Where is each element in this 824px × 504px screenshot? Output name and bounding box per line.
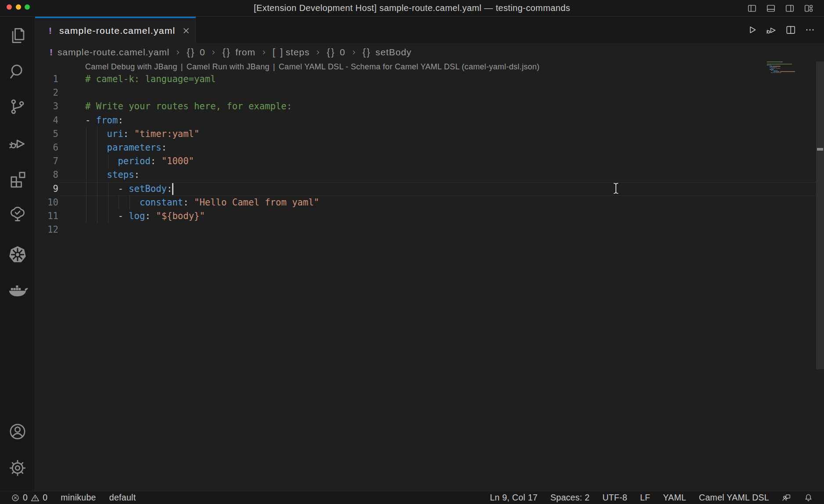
minimap-line [777,70,777,71]
activity-bar-item-accounts[interactable] [0,422,35,441]
code-line-9[interactable]: 9 - setBody: [35,182,824,196]
tab-bar: ! sample-route.camel.yaml [35,17,824,43]
line-number: 1 [35,72,58,86]
text-cursor [172,183,173,195]
code-line-text: steps: [85,168,140,182]
minimap-line [773,69,773,70]
status-bar-left: 00minikubedefault [0,491,136,504]
status-text: Ln 9, Col 17 [490,493,538,503]
close-tab-button[interactable] [181,26,191,36]
close-window-button[interactable] [7,4,12,10]
run-button[interactable] [746,24,758,36]
code-line-3[interactable]: 3# Write your routes here, for example: [35,100,824,113]
run-and-debug-icon [8,133,27,152]
debug-run-button[interactable] [766,24,777,36]
chevron-right-icon [260,49,268,56]
minimize-window-button[interactable] [16,4,21,10]
activity-bar-item-explorer[interactable] [0,26,35,45]
activity-bar-item-run-and-debug[interactable] [0,133,35,152]
code-line-text: # camel-k: language=yaml [85,72,216,86]
status-item-cursor-position[interactable]: Ln 9, Col 17 [490,493,538,503]
status-item-encoding[interactable]: UTF-8 [602,493,627,503]
breadcrumb-label: sample-route.camel.yaml [58,47,169,58]
symbol-icon: {} [222,47,231,58]
code-line-7[interactable]: 7 period: "1000" [35,155,824,168]
vertical-scrollbar[interactable] [816,61,824,369]
more-actions-button[interactable] [804,24,816,36]
activity-bar-item-docker[interactable] [0,279,35,300]
minimap[interactable] [764,61,816,149]
code-editor[interactable]: 1# camel-k: language=yaml23# Write your … [35,72,824,237]
chevron-right-icon [210,49,217,56]
line-number: 8 [35,168,58,182]
layout-sidebar-left-button[interactable] [747,4,757,13]
line-number: 7 [35,155,58,168]
code-line-5[interactable]: 5 uri: "timer:yaml" [35,127,824,141]
activity-bar-item-source-control[interactable] [0,97,35,116]
codelens-separator: | [181,62,183,72]
activity-bar-item-kubernetes[interactable] [0,244,35,265]
code-line-11[interactable]: 11 - log: "${body}" [35,209,824,223]
codelens: Camel Debug with JBang|Camel Run with JB… [35,61,824,72]
layout-panel-button[interactable] [766,4,776,13]
codelens-link[interactable]: Camel Run with JBang [187,62,270,72]
codelens-link[interactable]: Camel YAML DSL - Schema for Camel YAML D… [279,62,540,72]
traffic-lights [7,4,30,10]
kubernetes-icon [7,244,28,265]
activity-bar-item-settings[interactable] [0,458,35,478]
status-item-kube-context[interactable]: minikube [61,493,96,503]
breadcrumb-separator-icon [174,49,182,56]
activity-bar-item-search[interactable] [0,62,35,81]
breadcrumb-label: 0 [200,47,205,58]
layout-panel-icon [766,4,776,13]
tab-sample-route[interactable]: ! sample-route.camel.yaml [35,17,196,43]
code-line-10[interactable]: 10 constant: "Hello Camel from yaml" [35,196,824,209]
minimap-line [770,69,773,70]
activity-bar-item-extensions[interactable] [0,169,35,188]
code-line-4[interactable]: 4- from: [35,114,824,127]
status-item-language-mode[interactable]: YAML [663,493,686,503]
line-number: 4 [35,114,58,127]
status-item-feedback[interactable] [782,493,791,502]
code-line-6[interactable]: 6 parameters: [35,141,824,155]
code-line-1[interactable]: 1# camel-k: language=yaml [35,72,824,86]
breadcrumb-separator-icon [350,49,358,56]
bell-icon [804,493,813,502]
breadcrumb-item[interactable]: {}0 [187,47,205,58]
breadcrumb-item[interactable]: [ ]steps [273,47,310,58]
status-text: minikube [61,493,96,503]
breadcrumb-item[interactable]: {}setBody [363,47,412,58]
breadcrumb-item[interactable]: !sample-route.camel.yaml [50,47,169,58]
breadcrumb-item[interactable]: {}0 [327,47,345,58]
activity-bar-item-test-tree[interactable] [0,204,35,223]
minimap-line [775,72,781,73]
codelens-link[interactable]: Camel Debug with JBang [85,62,177,72]
line-number: 2 [35,86,58,100]
zoom-window-button[interactable] [25,4,30,10]
status-item-notifications[interactable] [804,493,813,502]
layout-sidebar-right-button[interactable] [785,4,795,13]
editor-actions [746,17,824,43]
warning-icon [31,493,40,502]
split-editor-button[interactable] [785,24,796,36]
breadcrumb: !sample-route.camel.yaml{}0{}from[ ]step… [35,43,824,61]
code-line-12[interactable]: 12 [35,223,824,237]
minimap-line [774,72,774,73]
chevron-right-icon [350,49,358,56]
minimap-line [770,67,776,68]
status-item-schema[interactable]: Camel YAML DSL [699,493,769,503]
status-text: YAML [663,493,686,503]
activity-bar [0,17,35,491]
status-item-kube-namespace[interactable]: default [109,493,136,503]
status-item-indentation[interactable]: Spaces: 2 [551,493,590,503]
status-item-eol[interactable]: LF [640,493,650,503]
test-tree-icon [8,204,27,223]
chevron-right-icon [174,49,182,56]
code-line-2[interactable]: 2 [35,86,824,100]
layout-customize-button[interactable] [804,4,813,13]
code-line-8[interactable]: 8 steps: [35,168,824,182]
breadcrumb-item[interactable]: {}from [222,47,255,58]
status-item-problems[interactable]: 00 [11,493,47,503]
status-bar-right: Ln 9, Col 17Spaces: 2UTF-8LFYAMLCamel YA… [490,491,824,504]
minimap-line [776,67,777,68]
